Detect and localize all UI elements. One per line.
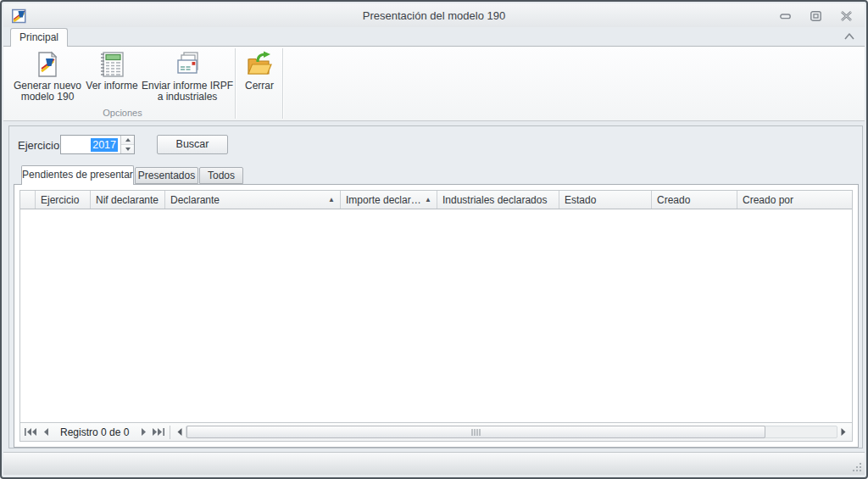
- column-header-creado[interactable]: Creado: [652, 191, 737, 209]
- nav-prev-button[interactable]: [38, 426, 53, 439]
- scrollbar-grip-icon: [471, 429, 481, 436]
- report-notepad-icon: [98, 51, 125, 78]
- enviar-informe-irpf-button[interactable]: Enviar informe IRPF a industriales: [140, 49, 235, 109]
- record-navigator-bar: Registro 0 de 0: [20, 422, 852, 441]
- column-header-nif-declarante[interactable]: Nif declarante: [91, 191, 165, 209]
- minimize-button[interactable]: [776, 8, 793, 24]
- column-header-estado[interactable]: Estado: [559, 191, 652, 209]
- status-bar: [3, 452, 865, 475]
- ribbon: Generar nuevo modelo 190 Ver informe: [3, 46, 865, 121]
- navigator-separator: [170, 426, 170, 439]
- tab-todos[interactable]: Todos: [199, 167, 243, 184]
- scroll-right-button[interactable]: [837, 426, 849, 439]
- scroll-left-button[interactable]: [174, 426, 186, 439]
- tab-presentados[interactable]: Presentados: [135, 167, 198, 184]
- horizontal-scrollbar: [174, 426, 849, 439]
- row-indicator-column-header: [20, 191, 36, 209]
- ribbon-group-separator: [235, 48, 236, 119]
- main-panel: Ejercicio: 2017 Buscar Pendientes de pre…: [8, 125, 863, 448]
- ribbon-tab-row: Principal: [3, 27, 865, 46]
- spin-buttons: [120, 136, 134, 153]
- data-grid: Ejercicio Nif declarante Declarante▲ Imp…: [19, 190, 853, 442]
- grid-body-empty[interactable]: [20, 209, 852, 422]
- maximize-button[interactable]: [807, 8, 824, 24]
- cerrar-button[interactable]: Cerrar: [238, 49, 281, 109]
- tab-page: Ejercicio Nif declarante Declarante▲ Imp…: [14, 184, 859, 448]
- window-title: Presentación del modelo 190: [3, 9, 865, 22]
- column-header-declarante[interactable]: Declarante▲: [165, 191, 341, 209]
- ver-informe-button[interactable]: Ver informe: [85, 49, 139, 109]
- record-count-label: Registro 0 de 0: [53, 426, 136, 438]
- ribbon-button-label: Ver informe: [85, 81, 139, 92]
- column-header-industriales-declarados[interactable]: Industriales declarados: [437, 191, 559, 209]
- sort-asc-icon: ▲: [425, 196, 431, 203]
- column-header-ejercicio[interactable]: Ejercicio: [36, 191, 91, 209]
- new-model-document-icon: [34, 51, 61, 78]
- spin-down-icon: [125, 148, 131, 151]
- collapse-ribbon-icon[interactable]: [843, 31, 856, 42]
- ejercicio-spinedit[interactable]: 2017: [60, 135, 135, 154]
- spin-up-button[interactable]: [121, 136, 134, 144]
- close-button[interactable]: [837, 8, 854, 24]
- spin-down-button[interactable]: [121, 144, 134, 153]
- resize-grip-icon[interactable]: [852, 462, 862, 472]
- spin-up-icon: [125, 138, 131, 142]
- ribbon-button-label: Cerrar: [238, 81, 281, 92]
- ribbon-tab-principal[interactable]: Principal: [10, 28, 68, 47]
- nav-last-button[interactable]: [151, 426, 166, 439]
- ribbon-group-caption: Opciones: [10, 108, 235, 118]
- scrollbar-thumb[interactable]: [186, 426, 765, 438]
- column-header-importe-declarado[interactable]: Importe declarado▲: [341, 191, 437, 209]
- tab-pendientes-de-presentar[interactable]: Pendientes de presentar: [21, 165, 134, 185]
- column-header-creado-por[interactable]: Creado por: [737, 191, 852, 209]
- grid-header-row: Ejercicio Nif declarante Declarante▲ Imp…: [20, 191, 852, 209]
- exit-folder-icon: [246, 51, 273, 78]
- title-bar: Presentación del modelo 190: [3, 3, 865, 27]
- nav-next-button[interactable]: [136, 426, 151, 439]
- send-mail-icon: [174, 51, 201, 78]
- ribbon-button-label: Enviar informe IRPF a industriales: [140, 81, 235, 103]
- ejercicio-value[interactable]: 2017: [61, 136, 120, 153]
- ribbon-group-separator: [282, 48, 283, 119]
- generar-nuevo-modelo-button[interactable]: Generar nuevo modelo 190: [10, 49, 85, 109]
- ribbon-button-label: Generar nuevo modelo 190: [10, 81, 85, 103]
- buscar-button[interactable]: Buscar: [157, 135, 228, 154]
- sort-asc-icon: ▲: [328, 196, 335, 203]
- nav-first-button[interactable]: [23, 426, 38, 439]
- ejercicio-label: Ejercicio:: [18, 139, 63, 152]
- app-window: Presentación del modelo 190 Principal: [0, 0, 868, 479]
- scrollbar-track[interactable]: [186, 426, 837, 438]
